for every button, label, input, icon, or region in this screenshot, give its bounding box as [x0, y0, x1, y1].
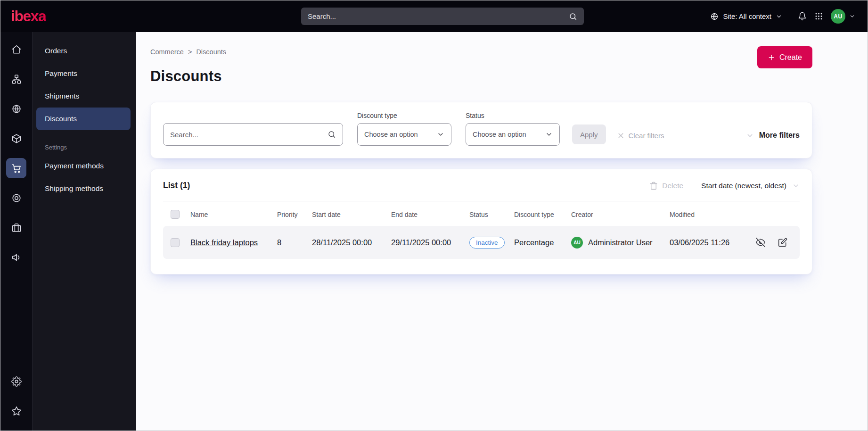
discount-search[interactable]	[163, 123, 343, 146]
ibexa-logo[interactable]: ibexa	[11, 8, 46, 25]
nav-site-button[interactable]	[6, 99, 26, 119]
table-row: Black friday laptops 8 28/11/2025 00:00 …	[163, 226, 800, 259]
nav-product-catalog-button[interactable]	[6, 128, 26, 149]
creator-avatar: AU	[571, 237, 583, 249]
create-button-label: Create	[779, 53, 802, 62]
list-title: List (1)	[163, 181, 190, 191]
column-header-creator: Creator	[571, 211, 670, 218]
edit-button[interactable]	[778, 238, 787, 247]
sort-select[interactable]: Start date (newest, oldest)	[701, 182, 800, 190]
settings-section-label: Settings	[33, 144, 136, 151]
discount-type-field: Discount type Choose an option	[357, 112, 451, 146]
user-avatar: AU	[831, 9, 845, 24]
cell-start-date: 28/11/2025 00:00	[312, 238, 391, 247]
sidebar-item-payment-methods[interactable]: Payment methods	[33, 155, 136, 177]
globe-icon	[710, 12, 719, 21]
sidebar-item-payments[interactable]: Payments	[33, 62, 136, 85]
topbar-right: Site: All context AU	[710, 9, 855, 24]
select-all-checkbox[interactable]	[171, 210, 180, 219]
sidebar-item-discounts[interactable]: Discounts	[36, 108, 131, 130]
status-select[interactable]: Choose an option	[466, 123, 560, 146]
cell-priority: 8	[277, 238, 312, 247]
chevron-down-icon	[545, 131, 553, 138]
more-filters-button[interactable]: More filters	[746, 131, 800, 140]
chevron-down-icon	[792, 182, 800, 190]
column-header-start-date: Start date	[312, 211, 391, 218]
chevron-down-icon	[776, 13, 782, 20]
sidebar-item-label: Shipments	[45, 92, 79, 100]
column-header-modified: Modified	[670, 211, 756, 218]
create-button[interactable]: Create	[757, 46, 812, 68]
chevron-down-icon	[849, 13, 855, 19]
sidebar-item-shipping-methods[interactable]: Shipping methods	[33, 177, 136, 200]
target-icon	[11, 193, 22, 203]
globe-icon	[11, 104, 22, 114]
status-label: Status	[466, 112, 560, 119]
cell-modified: 03/06/2025 11:26	[670, 238, 756, 247]
cube-icon	[11, 133, 22, 144]
search-icon[interactable]	[569, 12, 577, 21]
notifications-button[interactable]	[798, 12, 807, 21]
status-field: Status Choose an option	[466, 112, 560, 146]
status-badge: Inactive	[469, 237, 505, 249]
nav-bookmarks-button[interactable]	[6, 401, 26, 421]
page-title: Discounts	[150, 68, 226, 85]
clear-filters-label: Clear filters	[629, 132, 664, 140]
nav-commerce-button[interactable]	[6, 158, 26, 178]
briefcase-icon	[11, 223, 22, 233]
discount-name-link[interactable]: Black friday laptops	[190, 238, 258, 247]
sidebar-item-label: Orders	[45, 47, 67, 55]
global-search-input[interactable]	[308, 12, 569, 20]
status-value: Choose an option	[473, 131, 526, 138]
app-switcher-button[interactable]	[814, 12, 823, 21]
nav-content-button[interactable]	[6, 69, 26, 89]
apply-filters-button[interactable]: Apply	[572, 124, 606, 144]
chevron-down-icon	[746, 132, 754, 140]
delete-button-label: Delete	[662, 182, 683, 190]
content-tree-icon	[11, 74, 22, 84]
user-menu[interactable]: AU	[831, 9, 855, 24]
sidebar-item-label: Discounts	[45, 115, 77, 123]
discount-type-label: Discount type	[357, 112, 451, 119]
nav-settings-button[interactable]	[6, 371, 26, 391]
site-context-selector[interactable]: Site: All context	[710, 12, 782, 21]
plus-icon	[768, 54, 775, 61]
breadcrumb-commerce[interactable]: Commerce	[150, 48, 184, 56]
delete-button[interactable]: Delete	[649, 182, 683, 190]
main-content: Commerce > Discounts Discounts Create	[136, 32, 868, 431]
sidebar-item-label: Payment methods	[45, 162, 104, 170]
more-filters-label: More filters	[759, 131, 800, 140]
discount-type-select[interactable]: Choose an option	[357, 123, 451, 146]
column-header-end-date: End date	[391, 211, 469, 218]
column-header-discount-type: Discount type	[514, 211, 571, 218]
cell-end-date: 29/11/2025 00:00	[391, 238, 469, 247]
topbar-divider	[790, 10, 790, 23]
nav-marketing-button[interactable]	[6, 247, 26, 267]
sidebar-item-orders[interactable]: Orders	[33, 40, 136, 62]
nav-corporate-button[interactable]	[6, 217, 26, 238]
nav-personalization-button[interactable]	[6, 188, 26, 208]
discount-search-input[interactable]	[170, 131, 328, 139]
gear-icon	[11, 376, 22, 387]
filters-panel: Discount type Choose an option Status Ch…	[150, 102, 812, 158]
breadcrumb-separator: >	[188, 48, 192, 56]
topbar: ibexa Site: All context	[0, 0, 868, 32]
column-header-priority: Priority	[277, 211, 312, 218]
search-icon[interactable]	[328, 130, 336, 139]
column-header-name: Name	[190, 211, 277, 218]
home-icon	[11, 44, 22, 55]
chevron-down-icon	[437, 131, 444, 138]
clear-filters-button[interactable]: Clear filters	[617, 132, 664, 140]
nav-home-button[interactable]	[6, 39, 26, 59]
bell-icon	[798, 12, 807, 21]
discount-type-value: Choose an option	[364, 131, 418, 138]
clear-x-icon	[617, 132, 624, 139]
global-search[interactable]	[301, 8, 584, 25]
creator-name: Administrator User	[588, 238, 653, 247]
app-window: ibexa Site: All context	[0, 0, 868, 431]
cell-creator: AU Administrator User	[571, 237, 670, 249]
row-checkbox[interactable]	[171, 238, 180, 247]
deactivate-button[interactable]	[756, 238, 765, 247]
sidebar-item-shipments[interactable]: Shipments	[33, 85, 136, 108]
sort-select-value: Start date (newest, oldest)	[701, 182, 786, 190]
